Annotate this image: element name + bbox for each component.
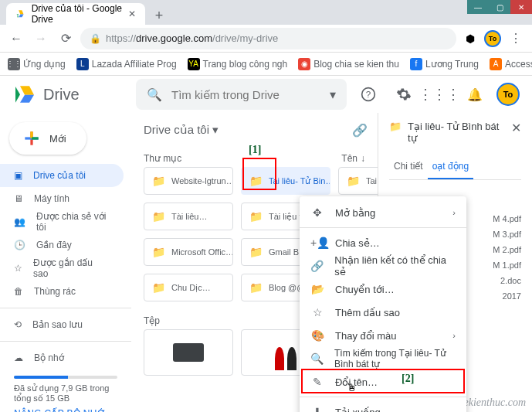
upgrade-storage-link[interactable]: NÂNG CẤP BỘ NHỚ [14,408,117,412]
ctx-get-link[interactable]: 🔗Nhận liên kết có thể chia sẻ [300,254,466,278]
ctx-move-to[interactable]: 📂Chuyển tới… [300,278,466,301]
sidebar-item-recent[interactable]: 🕒Gần đây [0,233,124,257]
bookmark-item[interactable]: AAccesstrade.vn - Ne [490,58,532,70]
window-close[interactable]: ✕ [510,0,532,14]
bookmark-item[interactable]: LLazada Affiliate Prog [76,58,177,70]
ctx-rename[interactable]: ✎Đổi tên… [300,370,466,393]
new-tab-button[interactable]: + [150,6,168,25]
search-icon: 🔍 [310,352,324,365]
folder-icon: 📁 [152,210,165,223]
sidebar-item-shared[interactable]: 👥Được chia sẻ với tôi [0,210,124,233]
folder-icon: 📁 [152,246,165,258]
ctx-add-star[interactable]: ☆Thêm dấu sao [300,301,466,324]
nav-reload-button[interactable]: ⟳ [56,29,76,49]
folder-card-selected[interactable]: 📁Tai liêu- Tử Bin… [241,167,330,195]
bookmark-item[interactable]: ◉Blog chia se kien thu [298,58,399,70]
new-button-label: Mới [49,133,66,145]
folder-icon: 📁 [389,121,402,132]
apps-grid-button[interactable]: ⋮⋮⋮ [425,80,453,108]
drive-icon: ▣ [14,170,22,181]
backup-icon: ⟲ [14,319,22,330]
arrow-down-icon: ↓ [361,153,365,164]
tab-activity[interactable]: oạt động [428,155,473,179]
tab-details[interactable]: Chi tiết [389,155,428,179]
folder-icon: 📁 [347,175,360,187]
breadcrumb-mydrive[interactable]: Drive của tôi ▾ [144,123,219,137]
chevron-right-icon: › [452,331,456,340]
ctx-share[interactable]: +👤Chia sẻ… [300,231,466,254]
palette-icon: 🎨 [310,329,324,342]
folder-card[interactable]: 📁Website-lgtrun… [144,167,233,195]
profile-avatar[interactable]: To [484,30,501,47]
sidebar-item-mydrive[interactable]: ▣Drive của tôi [0,164,124,187]
search-icon: 🔍 [147,87,162,102]
nav-forward-button[interactable]: → [31,29,51,49]
apps-button[interactable]: ⋮⋮Ứng dụng [8,58,66,70]
drive-logo[interactable]: Drive [12,82,128,107]
storage-text: Đã sử dụng 7,9 GB trong tổng số 15 GB [14,383,117,403]
notifications-button[interactable]: 🔔 [461,80,489,108]
drive-logo-icon [12,82,37,107]
move-icon: ✥ [310,206,324,219]
drive-favicon-icon [15,8,25,20]
tab-close-icon[interactable]: ✕ [128,9,136,19]
browser-tab[interactable]: Drive của tôi - Google Drive ✕ [6,3,145,25]
sidebar-item-starred[interactable]: ☆Được gắn dấu sao [0,257,124,280]
link-icon: 🔗 [310,260,324,272]
window-minimize[interactable]: — [467,0,489,14]
extension-icon[interactable]: ⬢ [461,29,479,48]
search-dropdown-icon[interactable]: ▾ [330,87,336,102]
url-path: /drive/my-drive [212,32,278,44]
settings-button[interactable] [390,80,418,108]
nav-back-button[interactable]: ← [6,29,26,49]
search-box[interactable]: 🔍 ▾ [136,79,347,110]
folder-icon: 📁 [249,210,263,223]
folder-card[interactable]: 📁Chu Dịc… [144,274,233,301]
folder-icon: 📁 [249,281,263,294]
sort-button[interactable]: Tên↓ [341,153,365,164]
window-maximize[interactable]: ▢ [489,0,510,14]
storage-bar [14,376,117,379]
ctx-change-color[interactable]: 🎨Thay đổi màu› [300,324,466,347]
bookmark-item[interactable]: fLương Trung [410,58,479,70]
account-avatar[interactable]: To [496,83,520,106]
chevron-down-icon: ▾ [212,123,219,137]
drive-header: Drive 🔍 ▾ ? ⋮⋮⋮ 🔔 To [0,76,532,113]
url-input[interactable]: 🔒 https://drive.google.com/drive/my-driv… [80,28,456,49]
ctx-search-within[interactable]: 🔍Tìm kiếm trong Tại liêu- Tử Bình bát tự [300,347,466,370]
bookmark-item[interactable]: YATrang blog công ngh [188,58,288,70]
sidebar-item-trash[interactable]: 🗑Thùng rác [0,280,124,303]
folder-card[interactable]: 📁Tài liêu… [144,203,233,230]
url-host: drive.google.com [136,32,212,44]
trash-icon: 🗑 [14,286,23,297]
sidebar-item-storage[interactable]: ☁Bộ nhớ [0,346,124,369]
search-input[interactable] [171,88,320,101]
ctx-open-with[interactable]: ✥Mở bằng› [300,201,466,224]
plus-icon [22,128,42,148]
context-menu: ✥Mở bằng› +👤Chia sẻ… 🔗Nhận liên kết có t… [300,196,466,412]
drive-logo-text: Drive [43,86,80,104]
file-thumb[interactable] [144,329,233,376]
sidebar-item-backups[interactable]: ⟲Bản sao lưu [0,313,124,336]
browser-chrome: — ▢ ✕ Drive của tôi - Google Drive ✕ + [0,0,532,25]
sidebar-item-computers[interactable]: 🖥Máy tính [0,187,124,210]
get-link-button[interactable]: 🔗 [347,117,373,143]
download-icon: ⬇ [310,406,324,412]
details-title: Tại liêu- Tử Bình bát tự [408,121,505,144]
cloud-icon: ☁ [14,352,23,363]
folder-icon: 📁 [152,175,165,187]
window-controls: — ▢ ✕ [467,0,532,14]
svg-text:?: ? [366,89,371,99]
address-bar: ← → ⟳ 🔒 https://drive.google.com/drive/m… [0,25,532,53]
clock-icon: 🕒 [14,240,25,250]
ctx-download[interactable]: ⬇Tải xuống [300,400,466,412]
folder-move-icon: 📂 [310,283,324,295]
folder-card[interactable]: 📁Microsoft Offic… [144,238,233,266]
new-button[interactable]: Mới [9,122,86,155]
star-icon: ☆ [310,306,324,318]
help-button[interactable]: ? [354,80,382,108]
sidebar: Mới ▣Drive của tôi 🖥Máy tính 👥Được chia … [0,113,131,412]
browser-menu-button[interactable]: ⋮ [506,29,526,49]
close-details-button[interactable]: ✕ [511,121,521,135]
tab-title: Drive của tôi - Google Drive [32,3,122,25]
